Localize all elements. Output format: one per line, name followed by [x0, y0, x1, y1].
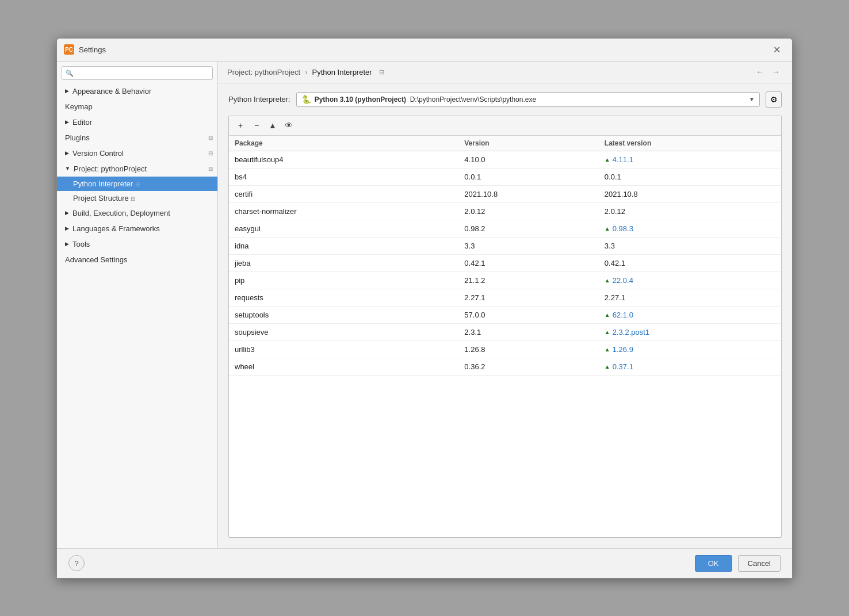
interpreter-row: Python Interpreter: 🐍 Python 3.10 (pytho…	[218, 83, 792, 116]
table-row[interactable]: pip21.1.2▲ 22.0.4	[229, 271, 781, 289]
nav-arrows: ← →	[753, 66, 783, 78]
package-name: easygui	[229, 220, 458, 237]
nav-forward-icon[interactable]: →	[769, 66, 783, 78]
package-latest-version: 2.0.12	[599, 202, 781, 220]
breadcrumb: Project: pythonProject › Python Interpre…	[218, 62, 792, 83]
interpreter-dropdown[interactable]: 🐍 Python 3.10 (pythonProject) D:\pythonP…	[296, 92, 760, 107]
expand-arrow-icon: ▶	[65, 225, 69, 231]
package-latest-version: 3.3	[599, 237, 781, 254]
sidebar-item-plugins[interactable]: Plugins ⊟	[57, 130, 217, 146]
expand-arrow-icon: ▶	[65, 119, 69, 125]
package-name: wheel	[229, 358, 458, 375]
cancel-button[interactable]: Cancel	[738, 555, 781, 572]
breadcrumb-current: Python Interpreter	[312, 68, 372, 76]
package-latest-version: ▲ 1.26.9	[599, 340, 781, 358]
table-row[interactable]: wheel0.36.2▲ 0.37.1	[229, 358, 781, 375]
package-latest-version: ▲ 22.0.4	[599, 271, 781, 289]
package-version: 57.0.0	[458, 306, 599, 323]
col-latest: Latest version	[599, 136, 781, 151]
sidebar-badge: ⊟	[208, 135, 213, 141]
expand-arrow-icon: ▶	[65, 210, 69, 216]
help-button[interactable]: ?	[68, 555, 85, 571]
remove-package-button[interactable]: −	[250, 118, 263, 132]
sidebar-item-appearance[interactable]: ▶ Appearance & Behavior	[57, 83, 217, 99]
breadcrumb-separator: ›	[305, 68, 307, 76]
sidebar-item-label: Tools	[72, 240, 90, 248]
expand-arrow-icon: ▶	[65, 241, 69, 247]
right-panel: Project: pythonProject › Python Interpre…	[218, 62, 792, 548]
upgrade-package-button[interactable]: ▲	[266, 118, 280, 132]
interpreter-label: Python Interpreter:	[228, 95, 290, 104]
expand-arrow-icon: ▶	[65, 88, 69, 94]
table-scroll[interactable]: Package Version Latest version beautiful…	[229, 136, 781, 537]
nav-back-icon[interactable]: ←	[753, 66, 767, 78]
sidebar-item-label: Python Interpreter	[73, 179, 133, 188]
package-latest-version: ▲ 0.37.1	[599, 358, 781, 375]
sidebar-item-languages[interactable]: ▶ Languages & Frameworks	[57, 221, 217, 236]
interpreter-value: Python 3.10 (pythonProject) D:\pythonPro…	[315, 95, 536, 104]
table-row[interactable]: urllib31.26.8▲ 1.26.9	[229, 340, 781, 358]
close-button[interactable]: ✕	[768, 42, 785, 58]
sidebar-item-label: Version Control	[72, 149, 124, 158]
package-version: 2.0.12	[458, 202, 599, 220]
package-latest-version: ▲ 0.98.3	[599, 220, 781, 237]
sidebar-badge: ⊟	[135, 181, 140, 188]
table-row[interactable]: charset-normalizer2.0.122.0.12	[229, 202, 781, 220]
package-name: beautifulsoup4	[229, 151, 458, 168]
bottom-bar: ? OK Cancel	[57, 548, 792, 578]
sidebar-badge: ⊟	[208, 150, 213, 156]
gear-button[interactable]: ⚙	[766, 91, 782, 108]
toolbar: + − ▲ 👁	[229, 116, 781, 136]
table-row[interactable]: idna3.33.3	[229, 237, 781, 254]
table-row[interactable]: bs40.0.10.0.1	[229, 168, 781, 185]
package-version: 0.36.2	[458, 358, 599, 375]
package-name: pip	[229, 271, 458, 289]
package-version: 0.98.2	[458, 220, 599, 237]
table-row[interactable]: easygui0.98.2▲ 0.98.3	[229, 220, 781, 237]
show-all-button[interactable]: 👁	[282, 118, 296, 132]
table-row[interactable]: beautifulsoup44.10.0▲ 4.11.1	[229, 151, 781, 168]
package-version: 21.1.2	[458, 271, 599, 289]
sidebar-item-project-structure[interactable]: Project Structure ⊟	[57, 191, 217, 205]
sidebar-item-editor[interactable]: ▶ Editor	[57, 114, 217, 130]
ok-button[interactable]: OK	[695, 555, 732, 572]
table-row[interactable]: requests2.27.12.27.1	[229, 289, 781, 306]
sidebar-item-build[interactable]: ▶ Build, Execution, Deployment	[57, 205, 217, 221]
sidebar-item-label: Editor	[72, 118, 92, 127]
table-row[interactable]: soupsieve2.3.1▲ 2.3.2.post1	[229, 323, 781, 340]
packages-table-container: + − ▲ 👁 Package Version Latest version	[228, 116, 782, 538]
package-name: soupsieve	[229, 323, 458, 340]
table-row[interactable]: certifi2021.10.82021.10.8	[229, 185, 781, 202]
package-name: setuptools	[229, 306, 458, 323]
sidebar-item-advanced[interactable]: Advanced Settings	[57, 252, 217, 267]
sidebar-item-label: Build, Execution, Deployment	[72, 209, 170, 217]
sidebar-item-keymap[interactable]: Keymap	[57, 99, 217, 114]
search-input[interactable]	[62, 66, 213, 80]
search-box[interactable]: 🔍	[62, 66, 213, 80]
dropdown-arrow-icon: ▼	[749, 96, 755, 102]
package-latest-version: 2.27.1	[599, 289, 781, 306]
sidebar-item-label: Project: pythonProject	[74, 164, 147, 173]
search-icon: 🔍	[66, 69, 74, 76]
add-package-button[interactable]: +	[234, 118, 247, 132]
expand-arrow-icon: ▶	[65, 150, 69, 156]
sidebar-item-label: Keymap	[65, 102, 93, 111]
sidebar-item-label: Plugins	[65, 133, 90, 142]
table-row[interactable]: setuptools57.0.0▲ 62.1.0	[229, 306, 781, 323]
table-row[interactable]: jieba0.42.10.42.1	[229, 254, 781, 271]
sidebar-item-version-control[interactable]: ▶ Version Control ⊟	[57, 146, 217, 161]
col-version: Version	[458, 136, 599, 151]
sidebar-item-tools[interactable]: ▶ Tools	[57, 236, 217, 252]
package-version: 0.0.1	[458, 168, 599, 185]
sidebar-item-label: Languages & Frameworks	[72, 224, 160, 233]
sidebar-item-project[interactable]: ▼ Project: pythonProject ⊟	[57, 161, 217, 177]
window-title: Settings	[79, 45, 106, 54]
package-version: 0.42.1	[458, 254, 599, 271]
expand-arrow-icon: ▼	[65, 166, 70, 171]
sidebar-item-python-interpreter[interactable]: Python Interpreter ⊟	[57, 177, 217, 191]
sidebar: 🔍 ▶ Appearance & Behavior Keymap ▶ Edito…	[57, 62, 218, 548]
package-latest-version: ▲ 62.1.0	[599, 306, 781, 323]
package-version: 1.26.8	[458, 340, 599, 358]
breadcrumb-icon: ⊟	[379, 68, 384, 76]
sidebar-item-label: Appearance & Behavior	[72, 87, 151, 95]
